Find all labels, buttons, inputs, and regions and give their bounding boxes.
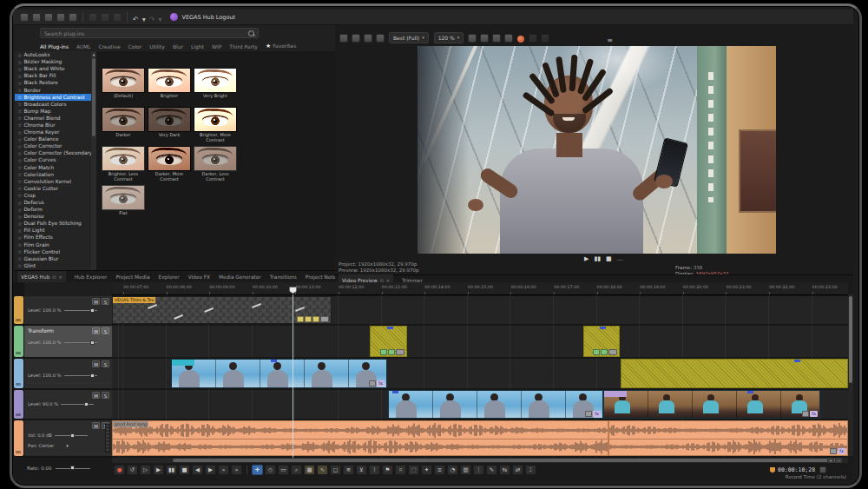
plugin-item[interactable]: ☆Chroma Keyer — [15, 129, 91, 135]
plugin-item[interactable]: ☆Deform — [15, 206, 91, 213]
timeline-event[interactable]: fx — [603, 390, 820, 419]
favorite-star-icon[interactable]: ☆ — [17, 157, 22, 163]
toggle-b-icon[interactable] — [541, 34, 549, 43]
track-color-tab[interactable] — [14, 296, 23, 324]
event-fx-button[interactable]: fx — [810, 411, 818, 417]
tab-ai-ml[interactable]: AI/ML — [76, 43, 90, 50]
overlay-grid-icon[interactable] — [468, 34, 477, 43]
timeline-horizontal-scrollbar[interactable] — [112, 458, 848, 463]
event-generator-icon[interactable] — [396, 349, 404, 355]
event-pan-crop-icon[interactable] — [369, 380, 376, 387]
favorite-star-icon[interactable]: ☆ — [17, 171, 22, 177]
video-output-fx-icon[interactable] — [364, 34, 372, 43]
save-snapshot-icon[interactable] — [504, 34, 513, 43]
plugin-item[interactable]: ☆Gaussian Blur — [15, 255, 91, 262]
plugin-item[interactable]: ☆Fill Light — [15, 227, 91, 234]
tab-third-party[interactable]: Third Party — [229, 43, 258, 50]
plugin-item[interactable]: ☆Channel Blend — [15, 115, 91, 122]
new-project-icon[interactable] — [20, 13, 29, 22]
event-fx-button[interactable]: fx — [593, 411, 601, 417]
close-icon[interactable]: ✕ — [59, 274, 62, 280]
event-fx-button[interactable]: fx — [838, 448, 845, 454]
timeline-event[interactable] — [370, 326, 407, 357]
timeline-event[interactable]: fx — [388, 390, 603, 419]
preset-thumbnail[interactable] — [148, 107, 191, 132]
vegas-hub-icon[interactable] — [170, 13, 178, 21]
level-slider[interactable] — [61, 404, 94, 405]
preset-thumbnail[interactable] — [194, 146, 237, 171]
plugin-item[interactable]: ☆Black Bar Fill — [15, 72, 91, 79]
solo-button[interactable]: S — [102, 298, 109, 305]
plugin-item[interactable]: ☆Brightness and Contrast — [15, 94, 91, 101]
track-header[interactable]: MSVol: 0.0 dBPan: Center▾ — [24, 420, 112, 458]
preset-thumbnail[interactable] — [102, 185, 145, 210]
event-fx-icon[interactable] — [312, 316, 319, 322]
favorite-star-icon[interactable]: ☆ — [17, 108, 22, 114]
favorite-star-icon[interactable]: ☆ — [17, 52, 22, 58]
favorite-star-icon[interactable]: ☆ — [17, 129, 22, 135]
vegas-hub-logout-link[interactable]: VEGAS Hub Logout — [181, 14, 235, 21]
favorite-star-icon[interactable]: ☆ — [17, 241, 22, 248]
favorite-star-icon[interactable]: ☆ — [17, 164, 22, 170]
tab-wip[interactable]: WIP — [212, 43, 221, 50]
favorite-star-icon[interactable]: ☆ — [17, 80, 22, 86]
volume-slider[interactable] — [55, 435, 88, 436]
plugin-item[interactable]: ☆Flicker Control — [15, 248, 91, 255]
copy-snapshot-icon[interactable] — [492, 34, 501, 43]
favorite-star-icon[interactable]: ☆ — [17, 192, 22, 198]
timeline-event[interactable]: fx — [171, 359, 387, 388]
event-fx-icon[interactable] — [601, 349, 608, 355]
favorite-star-icon[interactable]: ☆ — [17, 214, 22, 220]
plugin-item[interactable]: ☆Border — [15, 86, 91, 93]
tab-color[interactable]: Color — [128, 43, 142, 50]
save-project-icon[interactable] — [44, 13, 53, 22]
preview-on-external-monitor-icon[interactable] — [517, 36, 524, 43]
preset-cell[interactable]: Very Bright — [194, 68, 237, 99]
plugin-item[interactable]: ☆Glint — [15, 262, 91, 269]
plugin-item[interactable]: ☆Bump Map — [15, 108, 91, 115]
favorite-star-icon[interactable]: ☆ — [17, 66, 22, 72]
track-header[interactable]: MSLevel: 90.0 % — [24, 390, 112, 420]
plugin-item[interactable]: ☆Film Grain — [15, 241, 91, 248]
undo-dropdown-icon[interactable]: ▾ — [142, 16, 146, 24]
preset-cell[interactable]: Flat — [102, 185, 145, 216]
preset-thumbnail[interactable] — [194, 107, 237, 132]
render-as-icon[interactable] — [56, 13, 65, 22]
preset-thumbnail[interactable] — [102, 68, 145, 93]
timeline-event[interactable]: good food song — [112, 420, 608, 456]
plugin-item[interactable]: ☆Cookie Cutter — [15, 185, 91, 192]
favorite-star-icon[interactable]: ☆ — [17, 143, 22, 149]
slider-handle[interactable] — [70, 433, 75, 438]
plugin-item[interactable]: ☆Black and White — [15, 65, 91, 72]
dock-tab-video-fx[interactable]: Video FX — [188, 274, 210, 280]
favorite-star-icon[interactable]: ☆ — [17, 228, 22, 234]
preview-quality-dropdown[interactable]: Best (Full)▾ — [389, 32, 429, 43]
rate-slider[interactable] — [56, 468, 90, 469]
favorite-star-icon[interactable]: ☆ — [17, 101, 22, 107]
favorite-star-icon[interactable]: ☆ — [17, 59, 22, 65]
event-pan-crop-icon[interactable] — [830, 448, 837, 454]
preset-cell[interactable]: Brighter — [148, 68, 191, 99]
pan-handle[interactable]: ▾ — [66, 443, 69, 448]
slider-handle[interactable] — [90, 373, 95, 378]
track-color-tab[interactable] — [14, 420, 23, 456]
preset-cell[interactable]: Darker, Less Contrast — [194, 146, 237, 182]
event-pan-crop-icon[interactable] — [802, 411, 809, 417]
track-header[interactable]: MSLevel: 100.0 % — [24, 359, 112, 390]
timeline-event[interactable] — [621, 359, 848, 388]
plugin-item[interactable]: ☆AutoLooks — [15, 51, 91, 58]
favorite-star-icon[interactable]: ☆ — [17, 122, 22, 128]
favorite-star-icon[interactable]: ☆ — [17, 73, 22, 79]
time-format-icon[interactable] — [819, 466, 826, 473]
plugin-item[interactable]: ☆Film Effects — [15, 234, 91, 241]
timeline-lanes[interactable]: 00:00:07;0000:00:08;0000:00:09;0000:00:1… — [112, 282, 848, 458]
favorite-star-icon[interactable]: ☆ — [17, 136, 22, 142]
plugin-item[interactable]: ☆Color Balance — [15, 135, 91, 142]
preset-thumbnail[interactable] — [102, 146, 145, 171]
favorite-star-icon[interactable]: ☆ — [17, 150, 22, 156]
safe-area-icon[interactable] — [480, 34, 489, 43]
preset-cell[interactable]: Brighter, More Contrast — [194, 107, 237, 143]
favorite-star-icon[interactable]: ☆ — [17, 221, 22, 227]
dock-tab-transitions[interactable]: Transitions — [270, 274, 297, 280]
track-color-tab[interactable] — [14, 326, 23, 357]
